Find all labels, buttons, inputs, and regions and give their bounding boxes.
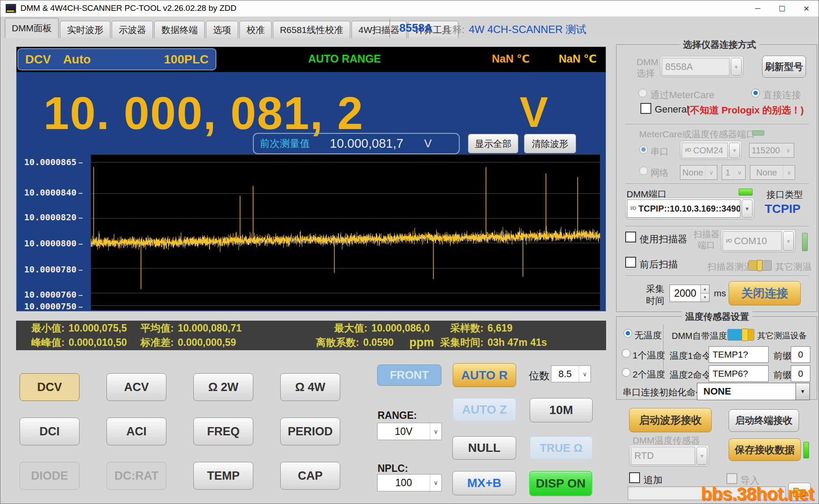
display-on-button[interactable]: DISP ON: [529, 471, 592, 496]
input-impedance-10m-button[interactable]: 10M: [530, 398, 593, 422]
model-badge: 8558A: [399, 21, 433, 35]
y-tick-label: 10.0000750: [17, 301, 83, 312]
front-rear-button[interactable]: FRONT: [377, 365, 441, 386]
function-dcv-button[interactable]: DCV: [20, 373, 80, 401]
y-tick-label: 10.0000820: [17, 212, 83, 222]
stat-mean: 平均值:10.000,080,71: [127, 322, 316, 335]
baud-select: 115200: [749, 143, 794, 158]
start-terminal-receive-button[interactable]: 启动终端接收: [729, 409, 799, 432]
front-back-scan-label: 前后扫描: [640, 258, 678, 271]
previous-value: 10.000,081,7: [330, 136, 403, 151]
other-temp-label: 其它测温: [775, 261, 812, 273]
save-data-led: [803, 442, 809, 458]
io-icon: [630, 206, 636, 211]
save-received-data-button[interactable]: 保存接收数据: [729, 438, 801, 461]
note-text: 4W 4CH-SCANNER 测试: [469, 23, 587, 36]
tab-realtime-wave[interactable]: 实时波形: [60, 21, 110, 38]
function-aci-button[interactable]: ACI: [106, 418, 166, 445]
direct-connect-radio[interactable]: [751, 89, 760, 97]
network-radio[interactable]: [639, 166, 648, 175]
serial-radio[interactable]: [639, 145, 648, 154]
prefix-label: 前缀: [773, 350, 792, 362]
temp2-cmd-input[interactable]: TEMP6?: [709, 365, 769, 382]
maximize-icon[interactable]: ☐: [770, 0, 794, 17]
close-connection-button[interactable]: 关闭连接: [729, 281, 801, 305]
no-temp-radio[interactable]: [623, 329, 632, 338]
function-acv-button[interactable]: ACV: [106, 373, 166, 401]
function-cap-button[interactable]: CAP: [280, 462, 340, 490]
stat-peak-to-peak: 峰峰值:0.000,010,50: [16, 336, 127, 349]
interface-type-value: TCPIP: [765, 202, 800, 216]
serial-init-cmd-select[interactable]: NONE: [697, 383, 810, 400]
range-select[interactable]: 10V: [377, 423, 442, 440]
spin-up-icon: ▲: [701, 285, 709, 294]
clear-waveform-button[interactable]: 清除波形: [524, 134, 576, 153]
function-period-button[interactable]: PERIOD: [280, 418, 340, 445]
function-diode-button: DIODE: [20, 462, 80, 490]
mode-box: DCV Auto 100PLC: [17, 48, 216, 70]
network-index-select: 1: [722, 165, 746, 180]
digits-label: 位数: [529, 369, 550, 383]
window-title: DMM & 4W4CH-SCANNER PC-TOOL v2.26.02.28 …: [20, 3, 236, 13]
prefix1-input[interactable]: 0: [791, 346, 810, 363]
range-mode-label: Auto: [63, 53, 91, 66]
connection-group-title: 选择仪器连接方式: [680, 39, 759, 51]
tab-dmm-panel[interactable]: DMM面板: [5, 18, 59, 38]
function-ohm4w-button[interactable]: Ω 4W: [280, 373, 340, 401]
temp1-cmd-input[interactable]: TEMP1?: [709, 346, 769, 363]
function-dci-button[interactable]: DCI: [20, 418, 80, 445]
watermark: bbs.38hot.net: [701, 484, 814, 504]
auto-zero-button[interactable]: AUTO Z: [453, 398, 516, 421]
import-checkbox[interactable]: [726, 473, 737, 484]
close-icon[interactable]: ✕: [794, 0, 819, 17]
start-waveform-receive-button[interactable]: 启动波形接收: [629, 408, 712, 432]
acquire-time-spinner[interactable]: 2000 ▲▼: [670, 285, 710, 302]
chevron-down-icon: [733, 166, 745, 179]
append-checkbox[interactable]: [629, 472, 640, 483]
one-temp-radio[interactable]: [622, 349, 630, 358]
scanner-temp-toggle[interactable]: [748, 260, 772, 271]
acquire-time-label: 采集时间: [646, 283, 664, 306]
mxb-button[interactable]: MX+B: [452, 471, 516, 495]
minimize-icon[interactable]: ─: [746, 0, 770, 17]
tab-options[interactable]: 选项: [206, 21, 238, 38]
function-temp-button[interactable]: TEMP: [193, 462, 253, 490]
tab-4w-scanner[interactable]: 4W扫描器: [351, 21, 407, 38]
dmm-port-led: [739, 189, 753, 196]
function-freq-button[interactable]: FREQ: [193, 418, 253, 445]
use-scanner-label: 使用扫描器: [640, 233, 687, 246]
function-ohm2w-button[interactable]: Ω 2W: [193, 373, 253, 401]
mode-label: DCV: [25, 53, 51, 66]
y-tick-label: 10.0000840: [17, 187, 83, 198]
true-ohm-button[interactable]: TRUE Ω: [530, 436, 593, 460]
general-checkbox[interactable]: [640, 103, 651, 114]
divider: [625, 226, 809, 226]
via-metercare-radio[interactable]: [638, 89, 647, 97]
visa-address-select[interactable]: TCPIP::10.10.3.169::3490:: [625, 198, 754, 219]
two-temp-radio[interactable]: [622, 368, 630, 377]
temp-source-toggle[interactable]: [727, 329, 754, 341]
range-label: RANGE:: [378, 410, 417, 421]
digits-select[interactable]: 8.5: [551, 365, 591, 382]
temp1-cmd-label: 温度1命令: [670, 350, 711, 362]
temp2-cmd-label: 温度2命令: [670, 369, 711, 381]
tab-oscilloscope[interactable]: 示波器: [112, 21, 153, 38]
one-temp-label: 1个温度: [633, 349, 665, 361]
prefix2-input[interactable]: 0: [791, 365, 810, 382]
nplc-select[interactable]: 100: [377, 474, 442, 491]
use-scanner-checkbox[interactable]: [625, 232, 636, 242]
other-temp-device-label: 其它测温设备: [757, 330, 807, 342]
stat-duration: 采集时间:03h 47m 41s: [430, 336, 606, 349]
prefix-label: 前缀: [773, 369, 792, 381]
auto-range-button[interactable]: AUTO R: [453, 363, 516, 387]
chevron-down-icon: [731, 58, 742, 76]
show-all-button[interactable]: 显示全部: [468, 134, 518, 153]
tab-calibration[interactable]: 校准: [239, 21, 272, 38]
divider: [625, 183, 809, 184]
divider: [625, 124, 809, 124]
refresh-model-button[interactable]: 刷新型号: [762, 56, 806, 78]
null-button[interactable]: NULL: [452, 436, 516, 460]
front-back-scan-checkbox[interactable]: [625, 257, 636, 268]
tab-r6581-linearity[interactable]: R6581线性校准: [273, 21, 350, 38]
tab-data-terminal[interactable]: 数据终端: [154, 21, 205, 38]
